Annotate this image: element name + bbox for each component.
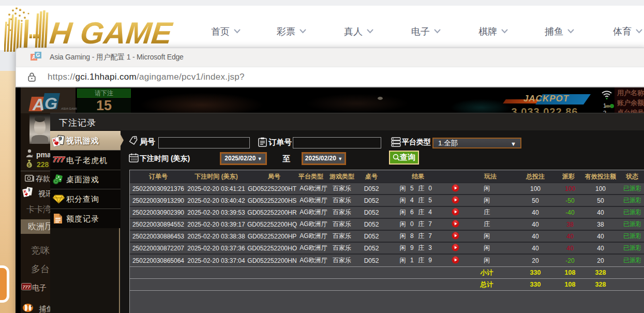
svg-text:777: 777 bbox=[53, 155, 65, 163]
svg-text:H GAME: H GAME bbox=[48, 16, 175, 50]
svg-text:777: 777 bbox=[23, 285, 31, 290]
svg-text:$: $ bbox=[28, 162, 31, 168]
svg-text:*: * bbox=[32, 154, 33, 158]
svg-text:G: G bbox=[44, 94, 57, 111]
svg-text:A: A bbox=[32, 95, 44, 111]
